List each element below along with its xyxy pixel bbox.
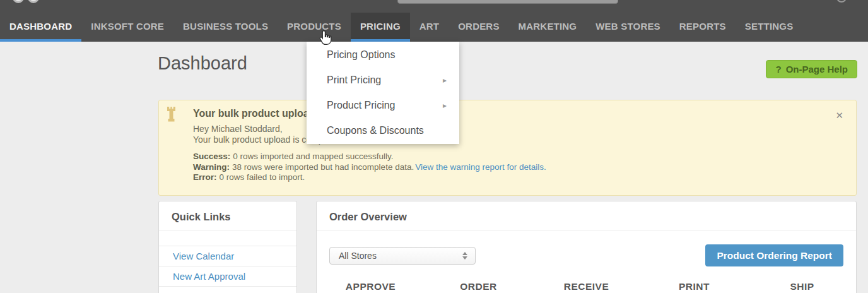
question-mark-icon: ? [775, 64, 781, 75]
notification-intro: Your bulk product upload is complete. [193, 135, 818, 145]
order-stage-column-header: RECEIVE [532, 281, 640, 292]
nav-item[interactable]: INKSOFT CORE [81, 13, 173, 42]
chevron-right-icon: ▸ [443, 101, 447, 110]
order-overview-title: Order Overview [317, 201, 856, 230]
quick-link[interactable]: New Art Approval [159, 266, 296, 286]
on-page-help-button[interactable]: ? On-Page Help [766, 60, 857, 78]
pricing-menu-item[interactable]: Coupons & Discounts ▸ [307, 118, 459, 143]
order-overview-card: Order Overview All Stores Product Orderi… [316, 201, 857, 293]
warning-report-link[interactable]: View the warning report for details. [415, 162, 546, 172]
notification-title: Your bulk product upload is complete [193, 108, 818, 119]
order-stage-column-header: ORDER [425, 281, 532, 292]
main-nav: DASHBOARD INKSOFT CORE BUSINESS TOOLS PR… [0, 13, 802, 42]
order-controls: All Stores Product Ordering Report [329, 244, 843, 266]
upload-result-line: Warning:38 rows were imported but had in… [193, 162, 818, 173]
page-title: Dashboard [158, 53, 247, 74]
order-stage-column-header: SHIP [748, 281, 856, 292]
quick-links-card: Quick Links View Calendar New Art Approv… [158, 201, 297, 293]
quick-link-item: Download Designs [159, 286, 296, 293]
rook-icon [166, 106, 177, 127]
upload-results: Success:0 rows imported and mapped succe… [193, 152, 818, 183]
app-logo [13, 0, 39, 3]
nav-item[interactable]: ORDERS [449, 13, 508, 42]
pricing-menu-item[interactable]: Print Pricing ▸ [307, 68, 459, 93]
product-ordering-report-button[interactable]: Product Ordering Report [705, 244, 843, 266]
quick-link[interactable]: Download Designs [159, 287, 296, 293]
nav-item[interactable]: MARKETING [509, 13, 587, 42]
nav-item[interactable]: SETTINGS [736, 13, 803, 42]
nav-item[interactable]: PRODUCTS [278, 13, 351, 42]
quick-links-title: Quick Links [159, 201, 296, 230]
order-stage-column-header: PRINT [640, 281, 748, 292]
upload-result-line: Success:0 rows imported and mapped succe… [193, 152, 818, 162]
store-filter-select[interactable]: All Stores [329, 247, 476, 265]
avatar[interactable] [836, 0, 847, 3]
top-navbar: DASHBOARD INKSOFT CORE BUSINESS TOOLS PR… [0, 0, 868, 42]
bulk-upload-notification: ✕ Your bulk product upload is complete H… [158, 100, 857, 196]
nav-item[interactable]: WEB STORES [586, 13, 670, 42]
quick-links-list: View Calendar New Art Approval Download … [159, 246, 296, 293]
quick-link[interactable]: View Calendar [159, 246, 296, 266]
nav-item[interactable]: DASHBOARD [0, 13, 81, 42]
logo-circle-icon [13, 0, 24, 3]
notification-body: Your bulk product upload is complete Hey… [193, 108, 818, 183]
nav-item[interactable]: BUSINESS TOOLS [173, 13, 278, 42]
select-arrows-icon [462, 252, 467, 260]
notification-greeting: Hey Michael Stoddard, [193, 124, 818, 135]
quick-link-item: New Art Approval [159, 266, 296, 286]
chevron-right-icon: ▸ [443, 76, 447, 85]
nav-item[interactable]: ART [410, 13, 449, 42]
pricing-menu-item[interactable]: Pricing Options ▸ [307, 42, 459, 68]
close-icon[interactable]: ✕ [835, 111, 843, 120]
pricing-dropdown-menu: Pricing Options ▸ Print Pricing ▸ Produc… [307, 42, 459, 144]
quick-link-item: View Calendar [159, 246, 296, 266]
pricing-menu-item[interactable]: Product Pricing ▸ [307, 93, 459, 118]
order-stage-column-header: APPROVE [317, 281, 425, 292]
logo-circle-icon [28, 0, 39, 3]
upload-result-line: Error:0 rows failed to import. [193, 172, 818, 183]
store-filter-value: All Stores [339, 251, 377, 261]
nav-item[interactable]: PRICING [351, 13, 410, 42]
search-input[interactable] [397, 0, 618, 4]
order-stage-columns: APPROVE ORDER RECEIVE PRINT SHIP [317, 281, 856, 292]
nav-item[interactable]: REPORTS [670, 13, 736, 42]
